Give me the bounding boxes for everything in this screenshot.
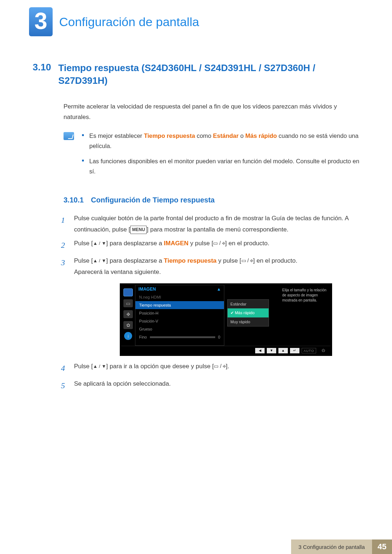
updown-icon: ▲ / ▼ — [93, 364, 106, 369]
source-icon: ▭ / ⎆ — [213, 239, 225, 248]
check-icon: ✔ — [230, 311, 234, 315]
dropdown-item: Estándar — [228, 300, 269, 308]
dropdown-item-selected: ✔ Más rápido — [228, 308, 269, 317]
rail-info-icon: i — [124, 332, 132, 340]
osd-up-arrow-icon: ▲ — [217, 287, 221, 292]
source-icon: ▭ / ⎆ — [214, 362, 226, 371]
section-title: Tiempo respuesta (S24D360HL / S24D391HL … — [58, 62, 359, 87]
text: Es mejor establecer — [89, 132, 144, 139]
text: y pulse [ — [217, 257, 241, 264]
highlight: Estándar — [213, 132, 239, 139]
source-icon: ▭ / ⎆ — [241, 256, 253, 265]
osd-row-active: Tiempo respuesta — [135, 301, 224, 309]
step-number: 2 — [61, 238, 68, 253]
step-item: 4 Pulse [▲ / ▼] para ir a la opción que … — [61, 361, 359, 376]
subsection-title: Configuración de Tiempo respuesta — [91, 196, 215, 204]
osd-btn-left-icon: ◀ — [255, 348, 265, 353]
osd-btn-enter-icon: ↵ — [290, 348, 299, 353]
text: ] para ir a la opción que desee y pulse … — [106, 363, 214, 370]
step-item: 3 Pulse [▲ / ▼] para desplazarse a Tiemp… — [61, 255, 359, 278]
text: Pulse [ — [74, 257, 93, 264]
osd-label: N.neg HDMI — [139, 295, 220, 299]
note-item: Es mejor establecer Tiempo respuesta com… — [82, 131, 359, 151]
osd-row: Fino 0 — [135, 333, 224, 341]
chapter-number-badge: 3 — [29, 7, 53, 36]
rail-display-icon — [123, 288, 133, 296]
chapter-header: 3 Configuración de pantalla — [0, 0, 392, 36]
highlight: IMAGEN — [164, 240, 188, 247]
step-item: 1 Pulse cualquier botón de la parte fron… — [61, 213, 359, 235]
step-number: 1 — [61, 213, 68, 235]
note-item: Las funciones disponibles en el monitor … — [82, 156, 359, 176]
osd-rail: ▭ ✥ ✿ i — [121, 285, 135, 346]
step-number: 5 — [61, 378, 68, 393]
osd-label: Fino — [139, 335, 147, 339]
note-list: Es mejor establecer Tiempo respuesta com… — [82, 131, 359, 181]
section-number: 3.10 — [33, 62, 51, 87]
osd-screenshot: ▭ ✥ ✿ i IMAGEN ▲ N.neg HDMI Tiempo respu… — [120, 283, 332, 356]
text: Pulse [ — [74, 363, 93, 370]
osd-btn-down-icon: ▼ — [267, 348, 276, 353]
rail-picture-icon: ▭ — [123, 299, 133, 307]
osd-btn-power-icon: ⏻ — [318, 348, 328, 353]
section-intro: Permite acelerar la velocidad de respues… — [64, 102, 359, 123]
osd-value: 0 — [218, 335, 220, 339]
osd-slider — [150, 336, 215, 338]
highlight: Tiempo respuesta — [144, 132, 195, 139]
footer-page-number: 45 — [372, 539, 392, 554]
text: ] para mostrar la pantalla de menú corre… — [147, 226, 288, 233]
footer-chapter-label: 3 Configuración de pantalla — [291, 539, 372, 554]
osd-help-text: Elija el tamaño y la relación de aspecto… — [280, 285, 331, 346]
highlight: Tiempo respuesta — [164, 257, 216, 264]
subsection-number: 3.10.1 — [64, 196, 84, 204]
step-number: 4 — [61, 361, 68, 376]
page-footer: 3 Configuración de pantalla 45 — [0, 539, 392, 554]
updown-icon: ▲ / ▼ — [93, 258, 106, 263]
dropdown-item: Muy rápido — [228, 317, 269, 326]
text: como — [195, 132, 213, 139]
rail-gear-icon: ✿ — [123, 321, 133, 329]
osd-label: Posición-H — [139, 311, 220, 315]
text: Se aplicará la opción seleccionada. — [74, 378, 171, 393]
osd-menu-title: IMAGEN — [138, 287, 156, 292]
text: Pulse [ — [74, 240, 93, 247]
text: ] en el producto. — [253, 257, 297, 264]
text: Más rápido — [235, 311, 254, 315]
text: Aparecerá la ventana siguiente. — [74, 268, 161, 275]
note-icon — [64, 132, 74, 140]
rail-arrows-icon: ✥ — [123, 310, 133, 318]
osd-dropdown: Estándar ✔ Más rápido Muy rápido — [227, 299, 269, 327]
osd-label: Tiempo respuesta — [139, 303, 220, 307]
text: o — [238, 132, 245, 139]
text: ] para desplazarse a — [106, 240, 164, 247]
text: ] en el producto. — [225, 240, 269, 247]
osd-label: Posición-V — [139, 319, 220, 323]
step-item: 2 Pulse [▲ / ▼] para desplazarse a IMAGE… — [61, 238, 359, 253]
osd-footer: ◀ ▼ ▲ ↵ AUTO ⏻ — [121, 346, 331, 354]
osd-label: Grueso — [139, 327, 220, 331]
menu-key-icon: MENU — [130, 226, 147, 234]
text: y pulse [ — [188, 240, 213, 247]
osd-btn-up-icon: ▲ — [278, 348, 288, 353]
text: ]. — [226, 363, 229, 370]
osd-row: Posición-V — [135, 317, 224, 325]
osd-btn-auto: AUTO — [302, 348, 316, 353]
step-item: 5 Se aplicará la opción seleccionada. — [61, 378, 359, 393]
osd-row: N.neg HDMI — [135, 293, 224, 301]
highlight: Más rápido — [245, 132, 277, 139]
updown-icon: ▲ / ▼ — [93, 241, 106, 246]
text: ] para desplazarse a — [106, 257, 164, 264]
osd-row: Grueso — [135, 325, 224, 333]
osd-row: Posición-H — [135, 309, 224, 317]
step-number: 3 — [61, 255, 68, 278]
chapter-title: Configuración de pantalla — [59, 15, 199, 29]
